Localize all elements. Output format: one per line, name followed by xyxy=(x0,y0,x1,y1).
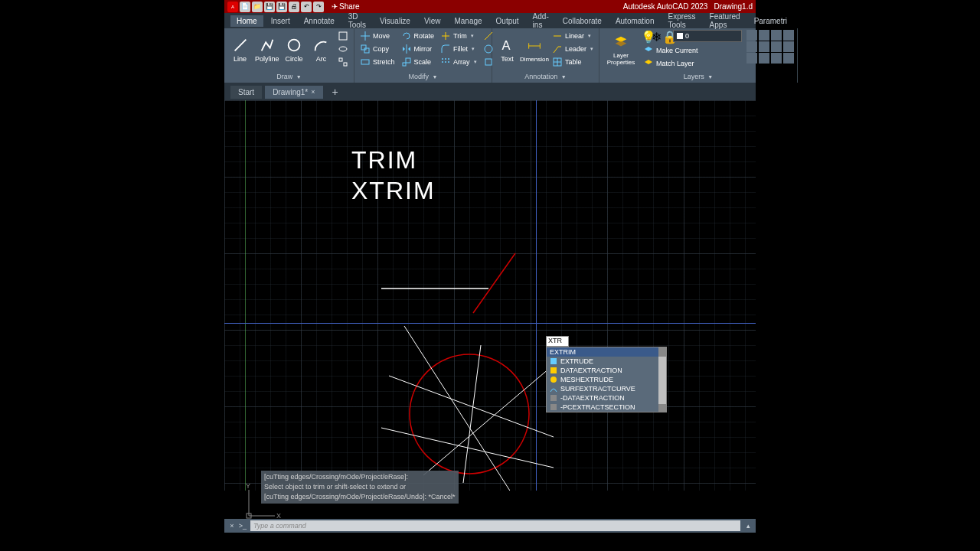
modify-panel-name[interactable]: Modify ▼ xyxy=(358,72,488,81)
layer-tool-9[interactable] xyxy=(746,53,757,64)
layer-icon-1[interactable]: 💡 xyxy=(641,30,650,39)
layer-tool-1[interactable] xyxy=(746,30,757,41)
command-autocomplete-input[interactable]: XTR xyxy=(546,336,569,347)
qat-new-icon[interactable]: 📄 xyxy=(240,2,250,12)
svg-point-15 xyxy=(448,58,449,60)
cmd-prompt-icon[interactable]: >_ xyxy=(238,521,247,530)
arc-button[interactable]: Arc xyxy=(309,30,334,70)
layer-tool-6[interactable] xyxy=(759,41,769,52)
trim-button[interactable]: Trim▾ xyxy=(438,30,479,42)
leader-icon xyxy=(552,44,563,54)
make-current-button[interactable]: Make Current xyxy=(641,44,742,57)
app-icon[interactable]: A xyxy=(227,2,238,12)
draw-small-3[interactable] xyxy=(335,56,351,68)
qat-undo-icon[interactable]: ↶ xyxy=(301,2,312,12)
tab-insert[interactable]: Insert xyxy=(265,15,296,27)
qat-plot-icon[interactable]: 🖨 xyxy=(289,2,299,12)
copy-button[interactable]: Copy xyxy=(358,43,397,55)
tab-collaborate[interactable]: Collaborate xyxy=(557,15,608,27)
text-label: Text xyxy=(501,55,514,63)
svg-rect-4 xyxy=(339,58,342,61)
dimension-icon xyxy=(526,37,543,54)
autocomplete-item-dataextraction[interactable]: DATAEXTRACTION xyxy=(547,366,666,375)
layer-tool-8[interactable] xyxy=(783,41,794,52)
polyline-button[interactable]: Polyline xyxy=(254,30,279,70)
layer-properties-button[interactable]: LayerProperties xyxy=(603,30,639,70)
layer-tool-4[interactable] xyxy=(783,30,794,41)
annotation-panel-name[interactable]: Annotation ▼ xyxy=(495,72,596,81)
layer-tool-10[interactable] xyxy=(759,53,769,64)
new-tab-button[interactable]: + xyxy=(326,86,345,98)
tab-visualize[interactable]: Visualize xyxy=(374,15,416,27)
autocomplete-item-extrim[interactable]: EXTRIM xyxy=(547,347,666,357)
leader-button[interactable]: Leader▾ xyxy=(550,43,596,55)
mirror-button[interactable]: Mirror xyxy=(399,43,437,55)
layer-icon-2[interactable]: ❄ xyxy=(652,30,661,39)
qat-open-icon[interactable]: 📁 xyxy=(252,2,263,12)
qat-redo-icon[interactable]: ↷ xyxy=(313,2,324,12)
circle-icon xyxy=(286,37,302,54)
svg-marker-10 xyxy=(408,47,410,51)
table-button[interactable]: Table xyxy=(550,56,596,68)
fillet-button[interactable]: Fillet▾ xyxy=(438,43,479,55)
layer-tool-2[interactable] xyxy=(759,30,769,41)
qat-saveas-icon[interactable]: 💾 xyxy=(276,2,287,12)
linear-button[interactable]: Linear▾ xyxy=(550,30,596,42)
tab-annotate[interactable]: Annotate xyxy=(298,15,341,27)
autocomplete-scrollbar-thumb[interactable] xyxy=(658,347,666,357)
layer-dropdown[interactable]: 0 xyxy=(673,30,742,42)
share-button[interactable]: ✈ Share xyxy=(332,2,360,11)
share-label: Share xyxy=(339,2,360,11)
autocomplete-item-dataextraction2[interactable]: -DATAEXTRACTION xyxy=(547,393,666,403)
stretch-button[interactable]: Stretch xyxy=(358,56,397,68)
svg-rect-40 xyxy=(550,395,557,401)
autocomplete-item-meshextrude[interactable]: MESHEXTRUDE xyxy=(547,375,666,384)
close-tab-icon[interactable]: × xyxy=(311,88,315,96)
tab-automation[interactable]: Automation xyxy=(609,15,661,27)
circle-button[interactable]: Circle xyxy=(282,30,307,70)
autocomplete-item-pcextractsection[interactable]: -PCEXTRACTSECTION xyxy=(547,403,666,412)
tab-manage[interactable]: Manage xyxy=(448,15,488,27)
layer-tool-12[interactable] xyxy=(783,53,794,64)
match-layer-button[interactable]: Match Layer xyxy=(641,57,742,70)
layers-panel-name[interactable]: Layers ▼ xyxy=(603,72,794,81)
qat-save-icon[interactable]: 💾 xyxy=(264,2,275,12)
text-button[interactable]: A Text xyxy=(495,30,519,70)
layer-tool-5[interactable] xyxy=(746,41,757,52)
autocomplete-item-extrude[interactable]: EXTRUDE xyxy=(547,357,666,366)
svg-point-31 xyxy=(410,354,529,474)
rotate-button[interactable]: Rotate xyxy=(399,30,437,42)
draw-small-2[interactable] xyxy=(335,43,351,55)
document-name: Drawing1.d xyxy=(714,2,753,11)
tab-output[interactable]: Output xyxy=(490,15,525,27)
layer-tool-7[interactable] xyxy=(771,41,782,52)
command-input[interactable]: Type a command xyxy=(250,520,740,531)
tab-start[interactable]: Start xyxy=(230,86,262,99)
dimension-button[interactable]: Dimension xyxy=(521,30,548,70)
draw-small-1[interactable] xyxy=(335,30,351,42)
tab-parametric[interactable]: Parametri xyxy=(748,15,793,27)
cmd-close-icon[interactable]: × xyxy=(227,521,237,530)
drawing-canvas[interactable]: TRIM XTRIM XTR EXTRIM EXTRUDE DATAEXTRAC… xyxy=(224,100,756,491)
svg-rect-6 xyxy=(361,45,366,50)
draw-panel-name[interactable]: Draw ▼ xyxy=(227,72,351,81)
layer-icon-3[interactable]: 🔒 xyxy=(662,30,671,39)
tab-drawing1[interactable]: Drawing1* × xyxy=(265,86,322,99)
line-button[interactable]: Line xyxy=(227,30,253,70)
tab-view[interactable]: View xyxy=(418,15,447,27)
command-bar: × >_ Type a command ▴ xyxy=(224,519,756,533)
autocomplete-item-surfextractcurve[interactable]: SURFEXTRACTCURVE xyxy=(547,384,666,393)
circle-label: Circle xyxy=(286,55,303,63)
array-button[interactable]: Array▾ xyxy=(438,56,479,68)
autocomplete-scrollbar[interactable] xyxy=(658,347,666,412)
tab-home[interactable]: Home xyxy=(230,15,263,27)
ribbon-tabs: Home Insert Annotate 3D Tools Visualize … xyxy=(224,13,756,28)
cmd-options-icon[interactable]: ▴ xyxy=(743,521,753,530)
svg-point-18 xyxy=(448,61,449,63)
layer-tool-11[interactable] xyxy=(771,53,782,64)
scale-button[interactable]: Scale xyxy=(399,56,437,68)
layer-tool-3[interactable] xyxy=(771,30,782,41)
autocomplete-scrollbar-down[interactable] xyxy=(658,404,666,412)
document-tabs: Start Drawing1* × + xyxy=(224,83,756,100)
move-button[interactable]: Move xyxy=(358,30,397,42)
